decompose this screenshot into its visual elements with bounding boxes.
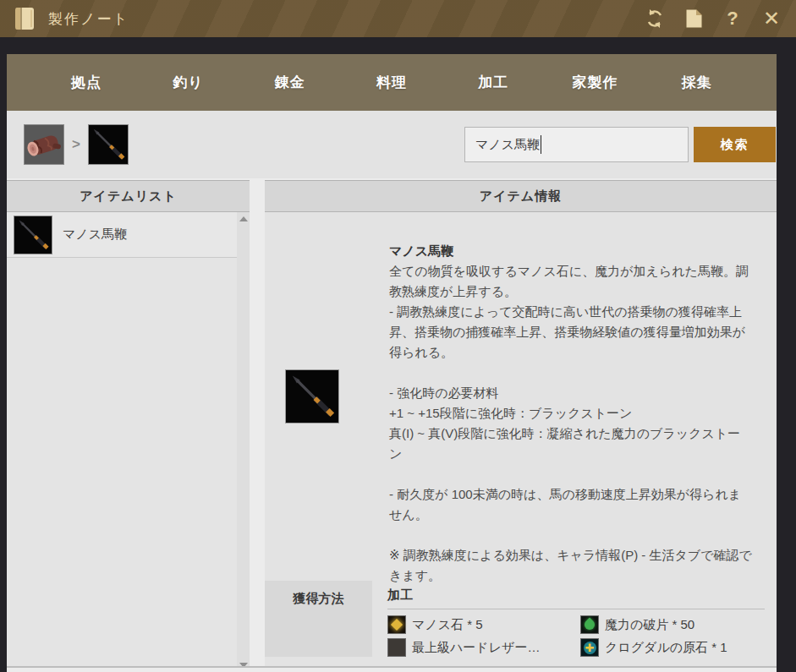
tab-fishing[interactable]: 釣り [137,73,239,92]
acquisition-label: 獲得方法 [265,581,372,657]
refresh-icon-glyph [645,8,665,29]
item-list-header: アイテムリスト [7,180,250,212]
toolbar: > マノス馬鞭 検索 [7,111,777,178]
refresh-icon[interactable] [644,8,666,30]
list-item[interactable]: マノス馬鞭 [7,212,237,258]
crafting-note-window: 拠点 釣り 錬金 料理 加工 家製作 採集 > [7,54,777,672]
item-description-text: マノス馬鞭 全ての物質を吸収するマノス石に、魔力が加えられた馬鞭。調教熟練度が上… [389,212,777,581]
wood-log-icon[interactable] [24,124,64,165]
item-description-paragraph: 全ての物質を吸収するマノス石に、魔力が加えられた馬鞭。調教熟練度が上昇する。 -… [389,261,753,363]
tab-cooking[interactable]: 料理 [341,73,442,92]
text-caret [541,135,541,154]
panel-footer [265,657,777,672]
material-grid: マノス石 * 5 魔力の破片 * 50 最上級ハードレザー… ✚ クログ [387,615,765,657]
item-description-paragraph: - 耐久度が 100未満の時は、馬の移動速度上昇効果が得られません。 [389,484,753,525]
search-input[interactable]: マノス馬鞭 [464,127,689,162]
material-hard-leather[interactable]: 最上級ハードレザー… [387,638,580,657]
material-label: クログダルの原石 * 1 [605,640,727,656]
material-label: マノス石 * 5 [412,617,483,633]
acquisition-section: 獲得方法 加工 マノス石 * 5 魔力の破片 * 50 [265,581,777,657]
material-magic-shard[interactable]: 魔力の破片 * 50 [580,615,765,634]
main-panels: マノス馬鞭 [7,212,777,672]
krogdalo-origin-stone-icon: ✚ [580,638,599,657]
window-title: 製作ノート [48,9,129,29]
item-description-paragraph: ※ 調教熟練度による効果は、キャラ情報(P) - 生活タブで確認できます。 [389,545,753,586]
crafting-note-icon [14,6,36,31]
material-label: 最上級ハードレザー… [412,640,540,656]
breadcrumb: > [24,124,129,165]
category-tabbar: 拠点 釣り 錬金 料理 加工 家製作 採集 [7,54,777,111]
tab-gathering[interactable]: 採集 [646,73,748,92]
bottom-divider [7,666,777,672]
close-icon[interactable]: ✕ [760,8,782,30]
magic-shard-icon [580,615,599,634]
help-icon[interactable]: ? [722,8,744,30]
hard-leather-icon [387,638,406,657]
item-list: マノス馬鞭 [7,212,237,672]
tab-processing[interactable]: 加工 [442,73,544,92]
horse-whip-icon [14,216,52,254]
tab-base[interactable]: 拠点 [36,73,137,92]
item-description-section: マノス馬鞭 全ての物質を吸収するマノス石に、魔力が加えられた馬鞭。調教熟練度が上… [265,212,777,581]
panel-headers: アイテムリスト アイテム情報 [7,180,777,212]
tab-alchemy[interactable]: 錬金 [239,73,341,92]
item-info-header: アイテム情報 [265,180,777,212]
titlebar-buttons: ? ✕ [644,8,782,30]
manos-stone-icon [387,615,406,634]
cross-shape: ✚ [584,642,596,654]
material-manos-stone[interactable]: マノス石 * 5 [387,615,580,634]
shard-shape [583,618,597,632]
new-note-icon-glyph [684,8,703,29]
search-button[interactable]: 検索 [694,127,776,162]
item-list-panel: マノス馬鞭 [7,212,250,672]
material-krogdalo-origin-stone[interactable]: ✚ クログダルの原石 * 1 [580,638,765,657]
new-note-icon[interactable] [683,8,705,30]
breadcrumb-separator: > [72,136,80,153]
item-info-panel: マノス馬鞭 全ての物質を吸収するマノス石に、魔力が加えられた馬鞭。調教熟練度が上… [265,212,777,672]
tab-house-crafting[interactable]: 家製作 [544,73,645,92]
horse-whip-icon[interactable] [88,124,129,165]
horse-whip-icon [285,369,339,423]
search-input-value: マノス馬鞭 [475,137,540,153]
gem-shape [391,619,403,631]
window-titlebar: 製作ノート ? ✕ [0,0,796,37]
item-image-column [265,212,389,581]
acquisition-method: 加工 [387,587,765,604]
acquisition-body: 加工 マノス石 * 5 魔力の破片 * 50 最上級 [372,581,777,657]
search-area: マノス馬鞭 検索 [464,127,776,162]
scroll-up-icon[interactable] [239,216,248,221]
list-scrollbar[interactable] [237,212,250,672]
list-item-name: マノス馬鞭 [63,227,127,243]
divider [387,609,765,609]
item-name: マノス馬鞭 [389,241,753,261]
item-description-paragraph: - 強化時の必要材料 +1 ~ +15段階に強化時：ブラックストーン 真(I) … [389,383,753,464]
material-label: 魔力の破片 * 50 [605,617,694,633]
